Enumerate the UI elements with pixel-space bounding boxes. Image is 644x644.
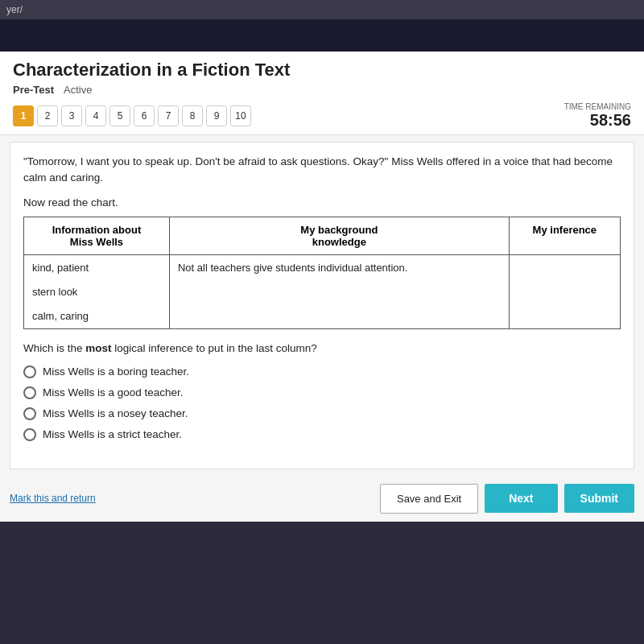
question-text: Which is the most logical inference to p…	[23, 342, 621, 354]
option-radio-1[interactable]	[23, 386, 36, 399]
option-label-0: Miss Wells is a boring teacher.	[43, 365, 189, 378]
option-label-1: Miss Wells is a good teacher.	[43, 386, 184, 398]
url-display: yer/	[6, 4, 23, 15]
nav-btn-2[interactable]: 2	[37, 105, 58, 126]
nav-btn-5[interactable]: 5	[109, 105, 130, 126]
table-cell-col2: Not all teachers give students individua…	[169, 254, 509, 328]
next-button[interactable]: Next	[485, 484, 557, 513]
main-container: Characterization in a Fiction Text Pre-T…	[0, 52, 644, 522]
option-item-2[interactable]: Miss Wells is a nosey teacher.	[23, 407, 621, 420]
footer-area: Mark this and return Save and Exit Next …	[10, 476, 634, 522]
inference-table: Information aboutMiss Wells My backgroun…	[23, 217, 621, 329]
table-header-col2: My backgroundknowledge	[169, 217, 509, 254]
top-banner	[0, 19, 644, 52]
option-label-3: Miss Wells is a strict teacher.	[43, 428, 182, 440]
read-chart-label: Now read the chart.	[23, 196, 621, 208]
timer-value: 58:56	[564, 111, 631, 130]
footer-buttons: Save and Exit Next Submit	[380, 484, 634, 514]
nav-btn-4[interactable]: 4	[85, 105, 106, 126]
nav-btn-10[interactable]: 10	[230, 105, 251, 126]
option-item-0[interactable]: Miss Wells is a boring teacher.	[23, 365, 621, 378]
option-radio-2[interactable]	[23, 407, 36, 420]
table-row: kind, patientstern lookcalm, caring Not …	[24, 254, 621, 328]
option-label-2: Miss Wells is a nosey teacher.	[43, 407, 188, 419]
option-item-1[interactable]: Miss Wells is a good teacher.	[23, 386, 621, 399]
lesson-title: Characterization in a Fiction Text	[13, 60, 631, 80]
nav-btn-6[interactable]: 6	[134, 105, 155, 126]
table-header-col3: My inference	[509, 217, 620, 254]
pretest-label: Pre-Test	[13, 84, 54, 96]
header-section: Characterization in a Fiction Text Pre-T…	[0, 52, 644, 135]
table-cell-col3	[509, 254, 620, 328]
nav-btn-9[interactable]: 9	[206, 105, 227, 126]
content-area: "Tomorrow, I want you to speak up. Don't…	[10, 142, 634, 469]
nav-btn-3[interactable]: 3	[61, 105, 82, 126]
table-header-col1: Information aboutMiss Wells	[24, 217, 170, 254]
question-nav: 12345678910	[13, 105, 251, 126]
nav-btn-8[interactable]: 8	[182, 105, 203, 126]
timer-label: TIME REMAINING	[564, 102, 631, 111]
nav-btn-1[interactable]: 1	[13, 105, 34, 126]
option-item-3[interactable]: Miss Wells is a strict teacher.	[23, 428, 621, 441]
mark-return-link[interactable]: Mark this and return	[10, 493, 96, 504]
submit-button[interactable]: Submit	[564, 484, 634, 513]
browser-bar: yer/	[0, 0, 644, 19]
table-cell-col1: kind, patientstern lookcalm, caring	[24, 254, 170, 328]
option-radio-0[interactable]	[23, 365, 36, 378]
active-label: Active	[64, 84, 92, 96]
nav-btn-7[interactable]: 7	[158, 105, 179, 126]
timer-section: TIME REMAINING 58:56	[564, 102, 631, 130]
options-list: Miss Wells is a boring teacher.Miss Well…	[23, 365, 621, 441]
passage-text: "Tomorrow, I want you to speak up. Don't…	[23, 154, 621, 187]
save-exit-button[interactable]: Save and Exit	[380, 484, 478, 514]
option-radio-3[interactable]	[23, 428, 36, 441]
